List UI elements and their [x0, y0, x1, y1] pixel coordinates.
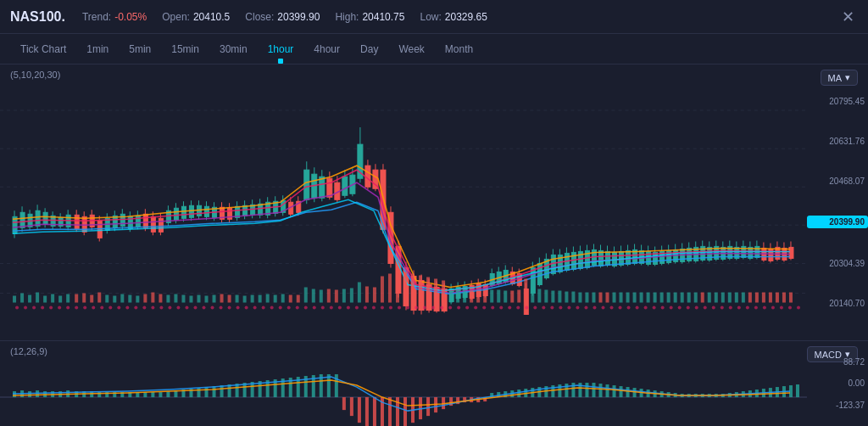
tab-day[interactable]: Day: [350, 40, 388, 59]
svg-rect-272: [396, 270, 399, 302]
macd-values: 88.72 0.00 -123.37: [807, 341, 865, 426]
svg-rect-265: [342, 289, 346, 303]
svg-point-395: [567, 306, 570, 310]
tab-1min[interactable]: 1min: [76, 40, 119, 59]
svg-rect-442: [151, 392, 154, 397]
svg-rect-293: [544, 290, 548, 303]
svg-rect-250: [228, 295, 231, 303]
tab-week[interactable]: Week: [388, 40, 434, 59]
svg-rect-223: [20, 294, 24, 303]
svg-rect-271: [388, 273, 392, 302]
svg-point-351: [193, 306, 197, 310]
svg-point-407: [670, 306, 673, 310]
svg-point-356: [236, 306, 240, 310]
svg-point-369: [347, 306, 350, 310]
svg-rect-532: [796, 384, 799, 397]
svg-rect-326: [769, 293, 772, 303]
svg-rect-240: [151, 293, 154, 303]
svg-rect-506: [620, 386, 623, 397]
svg-rect-312: [674, 293, 677, 303]
svg-point-385: [482, 306, 486, 310]
svg-point-353: [211, 306, 214, 310]
macd-chart[interactable]: (12,26,9) MACD ▾ 88.72 0.00 -123.37: [0, 341, 868, 426]
svg-point-340: [100, 306, 103, 310]
svg-rect-328: [782, 293, 786, 303]
svg-rect-243: [174, 294, 177, 303]
svg-point-416: [746, 306, 749, 310]
main-chart[interactable]: (5,10,20,30) MA ▾ 20795.45 20631.76 2046…: [0, 64, 868, 341]
svg-point-352: [203, 306, 206, 310]
svg-point-355: [228, 306, 231, 310]
tab-tick-chart[interactable]: Tick Chart: [10, 40, 76, 59]
svg-rect-327: [776, 293, 779, 303]
svg-point-413: [721, 306, 724, 310]
svg-point-408: [678, 306, 682, 310]
svg-rect-498: [565, 384, 568, 397]
svg-rect-294: [551, 291, 554, 303]
svg-rect-319: [721, 293, 725, 303]
svg-point-422: [797, 306, 800, 310]
svg-rect-309: [654, 293, 657, 303]
tab-30min[interactable]: 30min: [209, 40, 258, 59]
svg-rect-316: [701, 293, 704, 303]
tab-5min[interactable]: 5min: [119, 40, 161, 59]
timeframe-tabs: Tick Chart 1min 5min 15min 30min 1hour 4…: [0, 34, 868, 64]
close-button[interactable]: ✕: [837, 7, 858, 27]
svg-rect-252: [243, 296, 247, 303]
svg-point-339: [92, 306, 95, 310]
price-level-1: 20795.45: [807, 97, 868, 106]
svg-rect-259: [297, 295, 300, 303]
macd-label: (12,26,9): [10, 346, 47, 356]
tab-15min[interactable]: 15min: [161, 40, 209, 59]
svg-point-348: [168, 306, 171, 310]
svg-point-364: [304, 306, 308, 310]
svg-rect-471: [373, 397, 376, 426]
svg-rect-273: [403, 272, 407, 302]
svg-rect-263: [327, 289, 331, 303]
svg-point-380: [440, 306, 443, 310]
svg-rect-257: [281, 294, 285, 303]
svg-rect-315: [694, 293, 698, 303]
svg-point-420: [780, 306, 783, 310]
svg-rect-322: [742, 293, 745, 303]
svg-point-336: [66, 306, 70, 310]
svg-rect-507: [626, 387, 630, 397]
svg-rect-320: [728, 293, 732, 303]
tab-month[interactable]: Month: [435, 40, 483, 59]
tab-1hour[interactable]: 1hour: [258, 40, 304, 59]
svg-rect-325: [762, 293, 765, 303]
open-stat: Open: 20410.5: [162, 11, 230, 23]
svg-rect-244: [181, 295, 185, 303]
svg-rect-276: [426, 277, 430, 302]
close-value: 20399.90: [277, 11, 320, 23]
svg-point-350: [185, 306, 188, 310]
chart-container: (5,10,20,30) MA ▾ 20795.45 20631.76 2046…: [0, 64, 868, 426]
svg-rect-311: [667, 293, 670, 303]
svg-rect-274: [411, 273, 415, 302]
svg-rect-473: [388, 397, 392, 426]
svg-rect-256: [274, 295, 277, 303]
svg-rect-504: [606, 384, 609, 397]
macd-value-zero: 0.00: [807, 378, 865, 388]
high-stat: High: 20410.75: [335, 11, 404, 23]
svg-rect-470: [365, 397, 369, 426]
svg-rect-248: [213, 295, 216, 303]
svg-rect-502: [592, 383, 595, 397]
svg-point-344: [134, 306, 137, 310]
svg-point-357: [245, 306, 248, 310]
svg-rect-267: [358, 282, 361, 302]
svg-rect-499: [571, 383, 575, 397]
svg-point-374: [389, 306, 392, 310]
svg-rect-306: [633, 293, 637, 303]
tab-4hour[interactable]: 4hour: [303, 40, 350, 59]
svg-rect-166: [606, 251, 610, 265]
svg-point-346: [151, 306, 154, 310]
svg-point-399: [601, 306, 604, 310]
svg-point-349: [176, 306, 180, 310]
high-value: 20410.75: [362, 11, 404, 23]
svg-rect-249: [220, 294, 224, 303]
svg-point-394: [559, 306, 562, 310]
svg-point-347: [159, 306, 163, 310]
svg-rect-469: [358, 397, 361, 423]
svg-rect-227: [51, 294, 54, 303]
